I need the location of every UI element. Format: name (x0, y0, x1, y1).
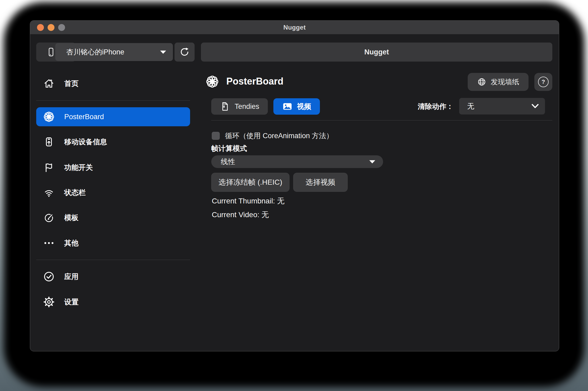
caret-down-icon (369, 160, 376, 164)
content-header-bar: Nugget (201, 43, 552, 62)
app-window: Nugget 杏川铭心的iPhone (30, 20, 559, 351)
sidebar-divider-bottom (36, 260, 190, 260)
sidebar-item-device-info[interactable]: 移动设备信息 (36, 132, 190, 151)
zip-file-icon (220, 101, 230, 112)
sidebar-item-label: 模板 (64, 213, 79, 222)
frame-mode-label: 帧计算模式 (211, 144, 247, 153)
device-name: 杏川铭心的iPhone (66, 47, 160, 57)
sidebar-item-apply[interactable]: 应用 (36, 267, 190, 286)
photo-icon (282, 101, 293, 112)
sidebar-item-templates[interactable]: 模板 (36, 208, 190, 227)
desktop-background: Nugget 杏川铭心的iPhone (0, 0, 588, 391)
phone-upload-icon (43, 136, 55, 148)
check-circle-icon (43, 271, 55, 283)
sidebar-item-settings[interactable]: 设置 (36, 292, 190, 311)
sidebar-item-label: PosterBoard (64, 113, 104, 121)
chevron-down-icon (531, 104, 539, 109)
refresh-icon (179, 46, 190, 58)
wifi-icon (43, 187, 55, 199)
sidebar-item-label: 移动设备信息 (64, 137, 107, 147)
clear-action-label: 清除动作： (418, 98, 453, 115)
page-flower-icon (205, 75, 219, 89)
sidebar-item-label: 设置 (64, 297, 79, 307)
sidebar-item-posterboard[interactable]: PosterBoard (36, 107, 190, 126)
sidebar-item-feature-flags[interactable]: 功能开关 (36, 158, 190, 177)
caret-down-icon (160, 50, 167, 54)
current-thumbnail-status: Current Thumbnail: 无 (212, 196, 284, 206)
loop-checkbox-label: 循环（使用 CoreAnimation 方法） (225, 132, 333, 140)
window-title: Nugget (283, 24, 306, 31)
traffic-lights (37, 21, 65, 34)
minimize-button[interactable] (48, 24, 54, 31)
page-title: PosterBoard (226, 75, 283, 87)
choose-video-label: 选择视频 (306, 177, 335, 187)
help-button[interactable]: ? (534, 73, 552, 91)
title-bar: Nugget (30, 21, 559, 34)
device-selector[interactable]: 杏川铭心的iPhone (36, 43, 173, 62)
question-mark-icon: ? (538, 77, 549, 87)
refresh-button[interactable] (174, 43, 195, 62)
device-dropdown[interactable]: 杏川铭心的iPhone (55, 43, 173, 61)
gear-icon (43, 296, 55, 308)
sidebar-item-label: 首页 (64, 79, 79, 88)
frame-mode-value: 线性 (221, 157, 369, 166)
posterboard-flower-icon (43, 111, 55, 123)
flag-icon (43, 161, 55, 174)
choose-frozen-frame-button[interactable]: 选择冻结帧 (.HEIC) (211, 173, 290, 192)
close-button[interactable] (37, 24, 44, 31)
tab-label: Tendies (235, 103, 259, 111)
clear-action-dropdown[interactable]: 无 (459, 98, 545, 115)
globe-icon (477, 77, 486, 87)
sidebar-item-label: 其他 (64, 238, 79, 248)
discover-wallpaper-button[interactable]: 发现墙纸 (468, 73, 529, 91)
choose-video-button[interactable]: 选择视频 (293, 173, 348, 192)
loop-checkbox[interactable] (212, 132, 220, 140)
iphone-icon (46, 46, 56, 58)
sidebar-item-label: 状态栏 (64, 188, 86, 197)
sidebar-item-home[interactable]: 首页 (36, 74, 190, 93)
home-icon (43, 77, 55, 90)
sidebar-item-label: 功能开关 (64, 163, 93, 172)
sidebar-item-statusbar[interactable]: 状态栏 (36, 183, 190, 202)
sidebar-item-label: 应用 (64, 272, 79, 281)
clear-action-value: 无 (467, 101, 531, 111)
current-video-status: Current Video: 无 (212, 210, 269, 220)
ellipsis-icon (43, 237, 55, 249)
sidebar-item-other[interactable]: 其他 (36, 234, 190, 253)
choose-frozen-frame-label: 选择冻结帧 (.HEIC) (218, 177, 282, 187)
tab-video[interactable]: 视频 (273, 98, 320, 115)
tab-tendies[interactable]: Tendies (211, 98, 268, 115)
sidebar-divider-top (36, 100, 190, 101)
zoom-button (58, 24, 65, 31)
tab-label: 视频 (297, 102, 311, 111)
discover-wallpaper-label: 发现墙纸 (491, 77, 519, 87)
content-header-title: Nugget (364, 48, 389, 56)
content-divider (211, 120, 552, 120)
compose-pencil-icon (43, 212, 55, 224)
frame-mode-dropdown[interactable]: 线性 (211, 155, 383, 168)
